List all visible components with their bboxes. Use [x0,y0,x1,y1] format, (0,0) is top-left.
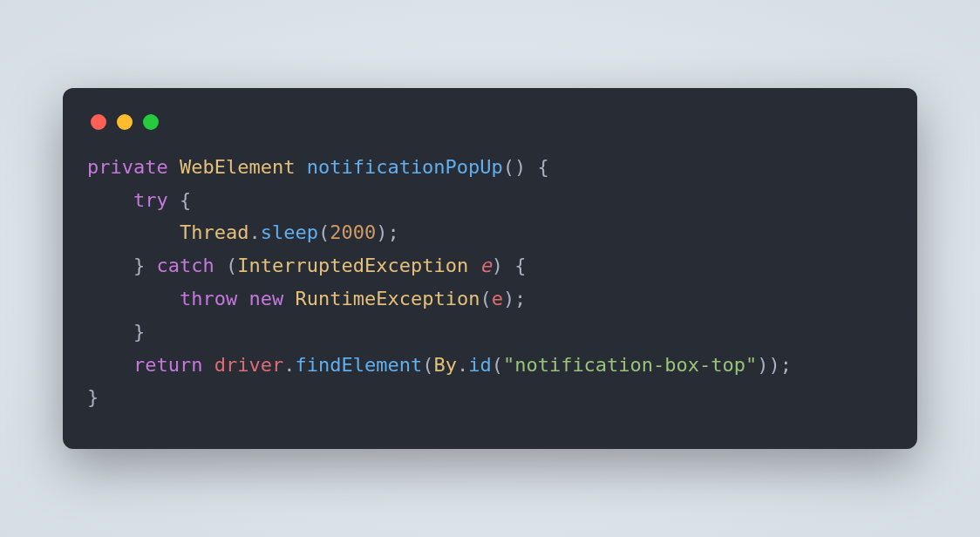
code-token: notificationPopUp [307,156,503,178]
code-token: RuntimeException [295,288,480,309]
code-token: sleep [261,221,318,243]
code-token [526,156,537,178]
code-token: Thread [180,221,248,243]
code-token [168,189,180,211]
code-token: "notification-box-top" [503,354,757,376]
code-token [283,288,295,309]
code-token: private [87,156,168,178]
code-token: WebElement [180,156,295,178]
code-token [468,255,480,276]
code-token: driver [214,354,283,376]
code-token: ( [492,354,503,376]
code-token [295,156,306,178]
code-token: ( [226,255,237,276]
code-block: private WebElement notificationPopUp() {… [87,151,893,415]
code-token: e [480,255,491,276]
code-token: new [248,288,283,309]
code-token: ( [480,288,491,309]
code-token: } [133,321,145,343]
code-token [503,255,514,276]
code-token: findElement [295,354,422,376]
code-token [145,255,156,276]
code-token: } [87,386,99,408]
code-token: throw [180,288,237,309]
code-token [87,321,133,343]
code-token: 2000 [330,221,376,243]
code-token: e [492,288,503,309]
code-token [87,288,180,309]
code-token: return [133,354,202,376]
code-token: { [514,255,526,276]
code-token: () [503,156,527,178]
code-token: )); [757,354,792,376]
minimize-icon[interactable] [117,114,133,130]
code-token [87,189,133,211]
code-token: } [133,255,145,276]
code-token: try [133,189,168,211]
code-token: catch [156,255,214,276]
code-token: . [283,354,295,376]
code-token: ( [422,354,433,376]
code-token [87,354,133,376]
close-icon[interactable] [91,114,106,130]
maximize-icon[interactable] [143,114,159,130]
code-window: private WebElement notificationPopUp() {… [63,88,917,450]
code-token: ); [376,221,399,243]
code-token [202,354,214,376]
code-token [168,156,180,178]
code-token [87,255,133,276]
code-token: id [468,354,492,376]
code-token: . [457,354,468,376]
code-token [87,221,180,243]
window-titlebar [87,109,893,151]
code-token: { [180,189,191,211]
code-token: ); [503,288,527,309]
code-token [237,288,248,309]
code-token: InterruptedException [237,255,468,276]
code-token: ( [318,221,330,243]
code-token: ) [492,255,503,276]
code-token: . [248,221,260,243]
code-token: By [433,354,457,376]
code-token: { [538,156,549,178]
code-token [214,255,226,276]
